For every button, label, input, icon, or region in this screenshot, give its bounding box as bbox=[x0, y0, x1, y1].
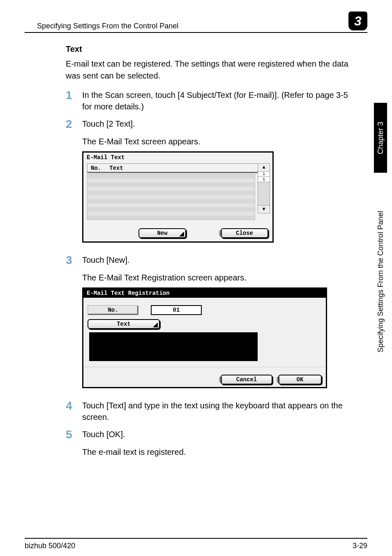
screen2-no-value: 01 bbox=[151, 305, 202, 315]
screen2-title: E-Mail Text Registration bbox=[83, 289, 326, 298]
text-button[interactable]: Text bbox=[88, 319, 160, 329]
step-3-number: 3 bbox=[66, 254, 82, 266]
screen1-page-top: 1 bbox=[258, 171, 270, 177]
step-3-text: Touch [New]. bbox=[82, 254, 130, 266]
section-intro: E-mail text can be registered. The setti… bbox=[66, 58, 351, 82]
side-tab-section: Specifying Settings From the Control Pan… bbox=[374, 173, 387, 391]
step-5-sub: The e-mail text is registered. bbox=[82, 446, 351, 458]
step-2: 2 Touch [2 Text]. bbox=[66, 118, 351, 130]
screen1-list-body bbox=[87, 174, 255, 220]
footer-left: bizhub 500/420 bbox=[25, 542, 75, 550]
step-4-number: 4 bbox=[66, 400, 82, 412]
scroll-up-icon[interactable]: ▲ bbox=[258, 164, 270, 171]
step-1: 1 In the Scan screen, touch [4 Subject/T… bbox=[66, 89, 351, 112]
screen1-scrollbar[interactable]: ▲ 1 1 ▼ bbox=[258, 163, 270, 213]
page-header-title: Specifying Settings From the Control Pan… bbox=[25, 22, 178, 30]
step-1-number: 1 bbox=[66, 89, 82, 101]
scroll-down-icon[interactable]: ▼ bbox=[258, 205, 270, 213]
screen2-no-label: No. bbox=[88, 305, 138, 315]
screenshot-email-text-registration: E-Mail Text Registration No. 01 Text Can… bbox=[82, 287, 327, 388]
chapter-badge: 3 bbox=[348, 12, 367, 30]
screen1-col-text: Text bbox=[106, 164, 128, 172]
step-5-number: 5 bbox=[66, 429, 82, 440]
step-3-sub: The E-Mail Text Registration screen appe… bbox=[82, 272, 351, 283]
step-3: 3 Touch [New]. bbox=[66, 254, 351, 266]
screenshot-email-text: E-Mail Text No. Text ▲ 1 1 ▼ bbox=[82, 151, 274, 243]
scroll-track[interactable] bbox=[258, 182, 270, 205]
step-2-text: Touch [2 Text]. bbox=[82, 118, 135, 130]
close-button[interactable]: Close bbox=[221, 228, 268, 238]
step-4-text: Touch [Text] and type in the text using … bbox=[82, 400, 351, 423]
step-4: 4 Touch [Text] and type in the text usin… bbox=[66, 400, 351, 423]
screen2-text-field[interactable] bbox=[89, 332, 258, 361]
new-button[interactable]: New bbox=[138, 228, 186, 238]
footer-rule bbox=[25, 538, 367, 539]
step-2-sub: The E-Mail Text screen appears. bbox=[82, 136, 351, 147]
header-rule bbox=[25, 32, 367, 33]
section-heading: Text bbox=[66, 44, 351, 54]
ok-button[interactable]: OK bbox=[278, 375, 322, 385]
screen1-title: E-Mail Text bbox=[84, 153, 272, 161]
screen1-col-no: No. bbox=[88, 164, 106, 172]
step-2-number: 2 bbox=[66, 118, 82, 130]
screen1-page-bot: 1 bbox=[258, 177, 270, 182]
step-5: 5 Touch [OK]. bbox=[66, 429, 351, 440]
side-tab-chapter: Chapter 3 bbox=[374, 103, 387, 173]
step-5-text: Touch [OK]. bbox=[82, 429, 125, 440]
cancel-button[interactable]: Cancel bbox=[221, 375, 272, 385]
screen1-list-header: No. Text bbox=[87, 163, 269, 173]
footer-right: 3-29 bbox=[353, 542, 367, 550]
step-1-text: In the Scan screen, touch [4 Subject/Tex… bbox=[82, 89, 351, 112]
